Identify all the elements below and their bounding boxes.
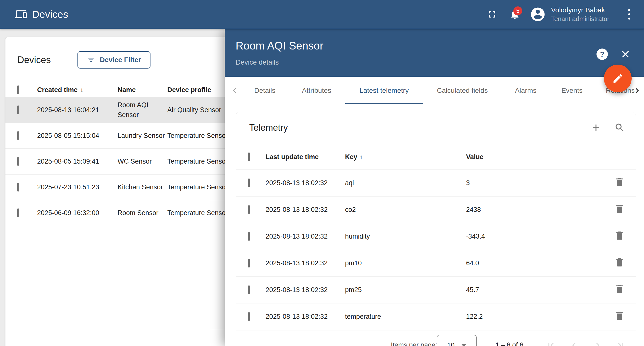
fullscreen-icon [486,9,498,20]
cell-time: 2025-08-13 18:02:32 [266,260,345,267]
row-checkbox[interactable] [248,312,250,321]
cell-name: Kitchen Sensor [118,184,163,191]
delete-button[interactable] [614,235,625,242]
cell-time: 2025-08-13 18:02:32 [266,206,345,214]
close-button[interactable] [620,48,631,60]
delete-button[interactable] [614,262,625,269]
telemetry-row[interactable]: 2025-08-13 18:02:32 aqi 3 [236,170,636,196]
chevron-down-icon [461,344,466,346]
chevron-left-icon [569,340,579,346]
trash-icon [614,284,625,294]
row-checkbox[interactable] [17,131,19,140]
trash-icon [614,230,625,241]
cell-value: 122.2 [466,313,614,320]
column-name[interactable]: Name [118,86,167,94]
telemetry-table: Last update time Key↑ Value 2025-08-13 1… [236,144,636,330]
telemetry-row[interactable]: 2025-08-13 18:02:32 temperature 122.2 [236,304,636,330]
notifications-button[interactable]: 5 [507,6,523,22]
add-telemetry-button[interactable] [589,121,603,135]
column-value[interactable]: Value [466,153,614,161]
cell-key: temperature [345,313,466,320]
pencil-icon [612,73,624,84]
search-button[interactable] [613,121,627,135]
delete-button[interactable] [614,182,625,189]
chevron-right-icon [593,340,603,346]
cell-time: 2025-08-13 18:02:32 [266,179,345,187]
close-icon [620,48,631,60]
telemetry-row[interactable]: 2025-08-13 18:02:32 humidity -343.4 [236,223,636,250]
tab-events[interactable]: Events [550,77,594,104]
row-checkbox[interactable] [248,232,250,241]
last-page-button[interactable] [616,340,626,346]
telemetry-table-header: Last update time Key↑ Value [236,144,636,170]
delete-button[interactable] [614,208,625,216]
devices-icon [15,8,27,20]
chevron-left-icon [230,86,240,96]
devices-panel-title: Devices [17,55,51,65]
row-checkbox[interactable] [17,157,19,166]
telemetry-row[interactable]: 2025-08-13 18:02:32 co2 2438 [236,196,636,223]
app-bar: Devices 5 Volodymyr Babak Tenant adminis… [0,0,644,29]
column-last-update-time[interactable]: Last update time [266,153,345,161]
tab-calculated-fields[interactable]: Calculated fields [427,77,498,104]
tab-latest-telemetry[interactable]: Latest telemetry [345,77,423,104]
active-tab-indicator [345,103,423,104]
plus-icon [590,122,602,133]
cell-created: 2025-08-05 15:15:04 [37,132,118,140]
items-per-page-label: Items per page: [391,341,437,346]
app-brand: Devices [15,8,68,20]
row-checkbox[interactable] [248,178,250,187]
device-filter-button[interactable]: Device Filter [78,51,150,68]
telemetry-title: Telemetry [249,122,288,133]
cell-time: 2025-08-13 18:02:32 [266,286,345,294]
telemetry-row[interactable]: 2025-08-13 18:02:32 pm25 45.7 [236,277,636,304]
user-name: Volodymyr Babak [551,6,609,15]
row-checkbox[interactable] [17,183,19,192]
tab-attributes[interactable]: Attributes [294,77,339,104]
trash-icon [614,257,625,268]
drawer-tabs: Details Attributes Latest telemetry Calc… [225,77,644,104]
telemetry-pagination: Items per page: 10 1 – 6 of 6 [236,330,636,346]
cell-key: humidity [345,233,466,240]
cell-time: 2025-08-13 18:02:32 [266,233,345,240]
items-per-page-select[interactable]: 10 [437,335,477,346]
cell-name: WC Sensor [118,158,152,165]
row-checkbox[interactable] [17,208,19,217]
account-circle-icon [530,6,546,22]
drawer-title: Room AQI Sensor [236,40,324,52]
cell-key: aqi [345,179,466,187]
notification-badge: 5 [513,6,522,15]
tab-alarms[interactable]: Alarms [504,77,548,104]
row-checkbox[interactable] [248,285,250,294]
column-created-time[interactable]: Created time↓ [37,86,118,94]
cell-value: 64.0 [466,260,614,267]
column-key[interactable]: Key↑ [345,153,466,161]
tabs-scroll-left[interactable] [230,77,240,104]
delete-button[interactable] [614,315,625,323]
select-all-checkbox[interactable] [17,86,19,94]
edit-fab[interactable] [604,64,632,92]
first-page-button[interactable] [546,340,556,346]
telemetry-row[interactable]: 2025-08-13 18:02:32 pm10 64.0 [236,250,636,277]
more-vert-icon[interactable] [624,6,634,22]
tab-details[interactable]: Details [245,77,285,104]
fullscreen-button[interactable] [484,6,500,22]
row-checkbox[interactable] [248,259,250,268]
items-per-page-value: 10 [447,342,454,346]
delete-button[interactable] [614,288,625,296]
cell-key: co2 [345,206,466,214]
row-checkbox[interactable] [248,205,250,214]
tabs-scroll-right[interactable] [632,77,642,104]
cell-value: 45.7 [466,286,614,294]
screen: Devices 5 Volodymyr Babak Tenant adminis… [0,0,644,346]
page-title: Devices [32,9,68,20]
next-page-button[interactable] [593,340,603,346]
cell-created: 2025-08-05 15:09:41 [37,158,118,165]
cell-key: pm25 [345,286,466,294]
row-checkbox[interactable] [17,106,19,114]
prev-page-button[interactable] [569,340,579,346]
trash-icon [614,204,625,214]
select-all-checkbox[interactable] [248,152,250,161]
help-button[interactable]: ? [596,48,608,60]
user-avatar[interactable] [530,6,546,22]
